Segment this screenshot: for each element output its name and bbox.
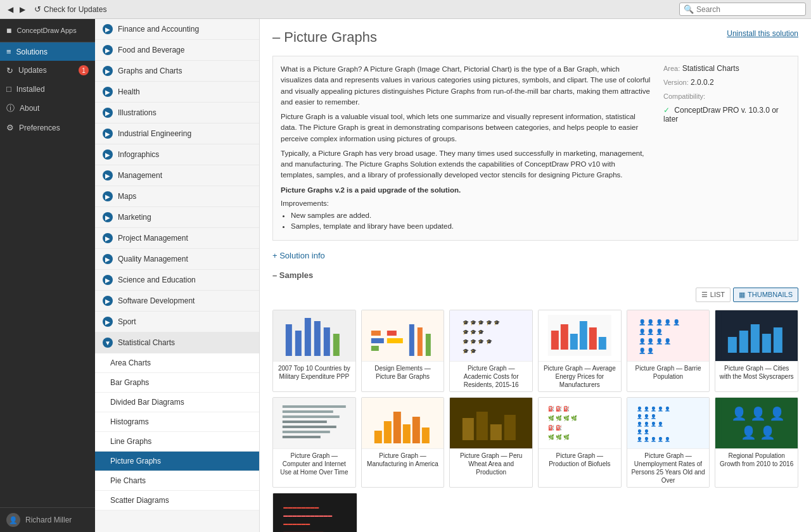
uninstall-link[interactable]: Uninstall this solution [727,29,798,38]
thumb-label: Picture Graph — Cities with the Most Sky… [715,361,798,384]
subcat-histograms[interactable]: Histograms [95,412,259,432]
cat-label: Maps [118,192,136,201]
sidebar-item-preferences[interactable]: ⚙ Preferences [0,118,95,137]
thumbnail-item[interactable]: Picture Graph — Cities with the Most Sky… [715,310,798,392]
cat-label: Quality Management [118,255,188,263]
subcat-picture[interactable]: Picture Graphs [95,452,259,471]
sidebar-solutions-label: Solutions [16,48,48,56]
thumb-label: Picture Graph — Peru Wheat Area and Prod… [450,448,532,479]
cat-graphs[interactable]: ▶ Graphs and Charts [95,61,259,82]
svg-text:▬▬▬▬▬▬▬▬▬▬▬: ▬▬▬▬▬▬▬▬▬▬▬ [283,513,332,517]
sidebar-app-name: ■ ConceptDraw Apps [0,19,95,42]
thumbnail-item[interactable]: ▬▬▬▬▬▬▬▬ ▬▬▬▬▬▬▬▬▬▬▬ ▬▬▬▬▬▬ ▬▬▬▬▬▬▬▬▬ Th… [272,493,357,533]
meta-compat-value: ✓ ConceptDraw PRO v. 10.3.0 or later [663,106,790,124]
sidebar-item-installed[interactable]: □ Installed [0,80,95,98]
refresh-icon: ↺ [34,4,41,14]
check-updates-button[interactable]: ↺ Check for Updates [32,3,109,15]
topbar: ◀ ▶ ↺ Check for Updates 🔍 [0,0,811,19]
thumbnail-item[interactable]: Picture Graph — Computer and Internet Us… [272,397,356,488]
cat-label: Statistical Charts [118,338,175,347]
thumbnail-item[interactable]: 👤 👤 👤 👤 👤 👤 👤 👤 👤 👤 👤 👤 👤 👤 Picture Grap… [627,310,710,392]
thumbnail-item[interactable]: Picture Graph — Manufacturing in America [361,397,445,488]
svg-text:🎓 🎓 🎓 🎓: 🎓 🎓 🎓 🎓 [463,338,492,345]
cat-illustrations[interactable]: ▶ Illustrations [95,103,259,124]
about-icon: ⓘ [6,103,15,114]
cat-project[interactable]: ▶ Project Management [95,228,259,249]
samples-toggle[interactable]: – Samples [260,265,811,285]
thumbnail-item[interactable]: 2007 Top 10 Countries by Military Expend… [272,310,356,392]
subcat-divided[interactable]: Divided Bar Diagrams [95,393,259,412]
cat-health[interactable]: ▶ Health [95,82,259,103]
cat-infographics[interactable]: ▶ Infographics [95,144,259,165]
subcat-scatter[interactable]: Scatter Diagrams [95,491,259,510]
thumb-image: 👤 👤 👤 👤 👤 [715,398,798,448]
cat-software[interactable]: ▶ Software Development [95,291,259,312]
thumbnails-grid: 2007 Top 10 Countries by Military Expend… [260,305,811,397]
thumbnail-item[interactable]: 🎓 🎓 🎓 🎓 🎓 🎓 🎓 🎓 🎓 🎓 🎓 🎓 🎓 🎓 Picture Grap… [449,310,533,392]
thumbnails-grid-2: Picture Graph — Computer and Internet Us… [260,397,811,493]
cat-food[interactable]: ▶ Food and Beverage [95,40,259,61]
cat-label: Graphs and Charts [118,66,182,75]
paid-notice-bold: Picture Graphs v.2 is a paid upgrade of … [281,186,461,194]
thumbnail-item[interactable]: 👤 👤 👤 👤 👤 Regional Population Growth fro… [715,397,798,488]
list-view-button[interactable]: ☰ LIST [696,288,731,302]
svg-text:👤 👤 👤 👤 👤: 👤 👤 👤 👤 👤 [636,406,670,412]
thumb-label: Picture Graph — Academic Costs for Resid… [450,361,532,391]
cat-arrow-icon: ▶ [103,129,113,139]
svg-rect-33 [762,334,771,353]
thumb-image [273,398,355,448]
svg-rect-23 [589,327,597,350]
search-icon: 🔍 [684,4,694,14]
check-updates-label: Check for Updates [44,5,106,14]
thumbnail-item[interactable]: ⛽ ⛽ ⛽ 🌿 🌿 🌿 🌿 ⛽ ⛽ 🌿 🌿 🌿 Picture Graph — … [538,397,622,488]
solution-info-toggle[interactable]: + Solution info [260,246,811,265]
svg-rect-21 [570,334,578,350]
cat-label: Infographics [118,150,159,159]
thumbnail-item[interactable]: Picture Graph — Average Energy Prices fo… [538,310,622,392]
svg-rect-8 [371,346,378,351]
cat-arrow-icon: ▶ [103,254,113,264]
cat-arrow-icon: ▶ [103,149,113,160]
cat-finance[interactable]: ▶ Finance and Accounting [95,19,259,40]
paid-notice: Picture Graphs v.2 is a paid upgrade of … [281,185,651,196]
svg-rect-30 [728,337,737,353]
cat-management[interactable]: ▶ Management [95,165,259,186]
subcat-area[interactable]: Area Charts [95,353,259,373]
svg-rect-38 [283,421,327,423]
svg-rect-46 [412,417,419,443]
thumb-label: Picture Graph — Manufacturing in America [362,448,444,471]
svg-text:🎓 🎓: 🎓 🎓 [463,348,476,354]
cat-marketing[interactable]: ▶ Marketing [95,207,259,228]
svg-text:🌿 🌿 🌿 🌿: 🌿 🌿 🌿 🌿 [548,415,578,421]
thumbnail-item[interactable]: 👤 👤 👤 👤 👤 👤 👤 👤 👤 👤 👤 👤 👤 👤 👤 👤 👤 👤 👤 Pi… [627,397,710,488]
cat-statistical[interactable]: ▼ Statistical Charts [95,332,259,353]
sidebar-item-solutions[interactable]: ≡ Solutions [0,42,95,61]
subcat-line[interactable]: Line Graphs [95,432,259,452]
cat-science[interactable]: ▶ Science and Education [95,270,259,291]
search-input[interactable] [696,5,801,14]
sidebar-item-updates[interactable]: ↻ Updates 1 [0,61,95,80]
sidebar: ■ ConceptDraw Apps ≡ Solutions ↻ Updates… [0,19,95,532]
user-name: Richard Miller [25,516,72,524]
svg-rect-5 [333,334,340,356]
svg-rect-52 [504,415,516,440]
thumbnails-view-button[interactable]: ▦ THUMBNAILS [733,288,798,302]
svg-rect-42 [374,431,381,443]
cat-quality[interactable]: ▶ Quality Management [95,249,259,270]
sidebar-item-about[interactable]: ⓘ About [0,98,95,118]
cat-industrial[interactable]: ▶ Industrial Engineering [95,124,259,144]
compat-value: ConceptDraw PRO v. 10.3.0 or later [663,106,779,124]
cat-arrow-icon: ▶ [103,191,113,201]
subcat-pie[interactable]: Pie Charts [95,471,259,491]
cat-arrow-icon: ▶ [103,108,113,118]
cat-sport[interactable]: ▶ Sport [95,312,259,332]
thumbnail-item[interactable]: Picture Graph — Peru Wheat Area and Prod… [449,397,533,488]
subcat-bar[interactable]: Bar Graphs [95,373,259,393]
back-button[interactable]: ◀ [5,4,16,15]
subcat-label: Histograms [110,417,149,426]
cat-maps[interactable]: ▶ Maps [95,186,259,207]
thumb-label: Design Elements — Picture Bar Graphs [362,361,444,384]
forward-button[interactable]: ▶ [17,4,28,15]
thumbnail-item[interactable]: Design Elements — Picture Bar Graphs [361,310,445,392]
svg-rect-47 [421,428,429,443]
